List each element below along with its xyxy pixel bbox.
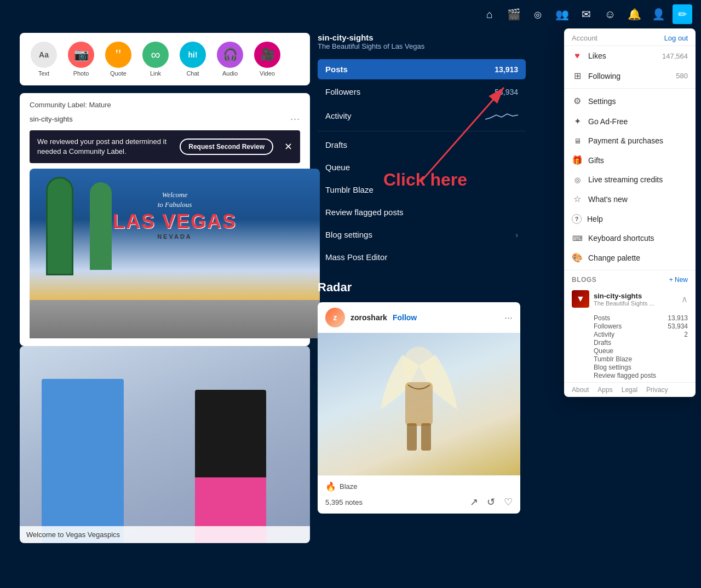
- keyboard-icon: ⌨: [572, 234, 583, 243]
- blog-stats-panel: sin-city-sights The Beautiful Sights of …: [318, 33, 526, 514]
- las-vegas-sign: Welcome to Fabulous LAS VEGAS NEVADA: [113, 191, 237, 240]
- stat-followers-value: 53,934: [495, 88, 518, 96]
- blog-expand-icon[interactable]: ∧: [681, 294, 688, 304]
- stat-activity-label: Activity: [325, 111, 352, 120]
- menu-account-label: Account: [572, 34, 597, 42]
- emoji-nav[interactable]: ☺: [600, 4, 620, 24]
- stat-queue[interactable]: Queue: [318, 157, 526, 177]
- compass-icon[interactable]: ◎: [528, 4, 548, 24]
- svg-rect-3: [421, 423, 431, 451]
- menu-item-settings[interactable]: ⚙ Settings: [564, 91, 696, 111]
- pencil-icon[interactable]: ✏: [673, 4, 692, 24]
- bell-nav[interactable]: 🔔: [624, 4, 644, 24]
- mail-icon[interactable]: ✉: [576, 4, 596, 24]
- menu-item-go-ad-free[interactable]: ✦ Go Ad-Free: [564, 111, 696, 131]
- sub-stat-blaze-label: Tumblr Blaze: [594, 355, 632, 363]
- people-icon[interactable]: 👥: [552, 4, 572, 24]
- sub-stat-review-flagged[interactable]: Review flagged posts: [594, 372, 688, 379]
- post-type-chat[interactable]: hi! Chat: [180, 42, 206, 77]
- request-review-button[interactable]: Request Second Review: [180, 139, 273, 155]
- blog-handle: sin-city-sights: [318, 33, 526, 42]
- svg-rect-2: [407, 423, 417, 451]
- menu-item-likes[interactable]: ♥ Likes 147,564: [564, 46, 696, 66]
- menu-item-gifts[interactable]: 🎁 Gifts: [564, 150, 696, 170]
- user-icon[interactable]: 👤: [648, 4, 668, 24]
- logout-button[interactable]: Log out: [664, 34, 688, 42]
- stat-followers[interactable]: Followers 53,934: [318, 82, 526, 102]
- menu-item-help[interactable]: ? Help: [564, 209, 696, 229]
- stat-tumblr-blaze[interactable]: Tumblr Blaze: [318, 180, 526, 200]
- stat-mass-post-editor[interactable]: Mass Post Editor: [318, 247, 526, 267]
- menu-item-settings-left: ⚙ Settings: [572, 96, 616, 106]
- menu-item-following-left: ⊞ Following: [572, 71, 620, 81]
- person-female: [195, 390, 266, 543]
- sub-stat-activity-value: 2: [684, 331, 688, 338]
- stat-review-flagged[interactable]: Review flagged posts: [318, 202, 526, 222]
- menu-item-live-streaming[interactable]: ◎ Live streaming credits: [564, 170, 696, 189]
- follow-button[interactable]: Follow: [393, 313, 417, 322]
- blaze-label: Blaze: [340, 482, 358, 491]
- community-label: Community Label: Mature: [30, 101, 300, 109]
- more-options-button[interactable]: ···: [290, 113, 300, 125]
- gifts-icon: 🎁: [572, 155, 583, 165]
- video-nav[interactable]: 🎬: [504, 4, 524, 24]
- video-icon: 🎥: [254, 42, 280, 68]
- chat-icon: hi!: [180, 42, 206, 68]
- compass-nav[interactable]: ◎: [528, 4, 548, 24]
- close-button[interactable]: ✕: [284, 141, 292, 153]
- post-type-video[interactable]: 🎥 Video: [254, 42, 280, 77]
- blaze-flame-icon: 🔥: [325, 481, 336, 492]
- stat-drafts-label: Drafts: [325, 140, 347, 149]
- bell-icon[interactable]: 🔔: [624, 4, 644, 24]
- menu-item-keyboard-shortcuts[interactable]: ⌨ Keyboard shortcuts: [564, 229, 696, 247]
- sub-stat-drafts[interactable]: Drafts: [594, 339, 688, 347]
- stat-drafts[interactable]: Drafts: [318, 135, 526, 155]
- menu-item-following[interactable]: ⊞ Following 580: [564, 66, 696, 86]
- sub-stat-tumblr-blaze[interactable]: Tumblr Blaze: [594, 355, 688, 363]
- home-icon[interactable]: ⌂: [480, 4, 499, 24]
- sub-stat-posts-value: 13,913: [668, 314, 688, 322]
- post-type-photo[interactable]: 📷 Photo: [68, 42, 94, 77]
- menu-item-keyboard-left: ⌨ Keyboard shortcuts: [572, 234, 654, 243]
- sub-stat-queue-label: Queue: [594, 347, 613, 355]
- post-type-link[interactable]: ∞ Link: [142, 42, 169, 77]
- like-icon[interactable]: ♡: [504, 496, 513, 508]
- menu-item-ad-free-label: Go Ad-Free: [588, 117, 628, 126]
- menu-header: Account Log out: [564, 28, 696, 46]
- sub-stat-blog-settings[interactable]: Blog settings: [594, 364, 688, 371]
- link-label: Link: [150, 70, 161, 77]
- sub-stat-queue[interactable]: Queue: [594, 347, 688, 355]
- warning-text: We reviewed your post and determined it …: [37, 137, 173, 157]
- menu-item-whats-new[interactable]: ☆ What's new: [564, 189, 696, 209]
- blog-entry[interactable]: ▼ sin-city-sights The Beautiful Sights .…: [564, 286, 696, 314]
- user-nav[interactable]: 👤: [648, 4, 668, 24]
- footer-legal[interactable]: Legal: [622, 386, 637, 394]
- blog-avatar: ▼: [572, 290, 589, 308]
- stat-blog-settings[interactable]: Blog settings ›: [318, 224, 526, 245]
- footer-apps[interactable]: Apps: [597, 386, 612, 394]
- post-type-text[interactable]: Aa Text: [31, 42, 57, 77]
- mail-nav[interactable]: ✉: [576, 4, 596, 24]
- menu-item-change-palette[interactable]: 🎨 Change palette: [564, 247, 696, 268]
- share-icon[interactable]: ↗: [470, 496, 478, 508]
- radar-more-options[interactable]: ···: [504, 312, 513, 324]
- footer-privacy[interactable]: Privacy: [646, 386, 668, 394]
- new-blog-button[interactable]: + New: [669, 276, 688, 284]
- menu-item-payment[interactable]: 🖥 Payment & purchases: [564, 131, 696, 150]
- menu-item-payment-left: 🖥 Payment & purchases: [572, 136, 663, 145]
- stat-posts[interactable]: Posts 13,913: [318, 59, 526, 79]
- footer-about[interactable]: About: [572, 386, 589, 394]
- sub-stat-followers-value: 53,934: [668, 322, 688, 330]
- radar-card-header: z zoroshark Follow ···: [318, 302, 520, 333]
- reblog-icon[interactable]: ↺: [487, 496, 495, 508]
- notes-count: 5,395 notes: [325, 498, 363, 506]
- stats-divider: [318, 131, 526, 131]
- post-type-quote[interactable]: " Quote: [105, 42, 131, 77]
- home-nav[interactable]: ⌂: [480, 4, 499, 24]
- people-nav[interactable]: 👥: [552, 4, 572, 24]
- emoji-icon[interactable]: ☺: [600, 4, 620, 24]
- post-type-audio[interactable]: 🎧 Audio: [217, 42, 243, 77]
- video-icon[interactable]: 🎬: [504, 4, 524, 24]
- pencil-nav[interactable]: ✏: [673, 4, 692, 24]
- stat-activity[interactable]: Activity: [318, 104, 526, 128]
